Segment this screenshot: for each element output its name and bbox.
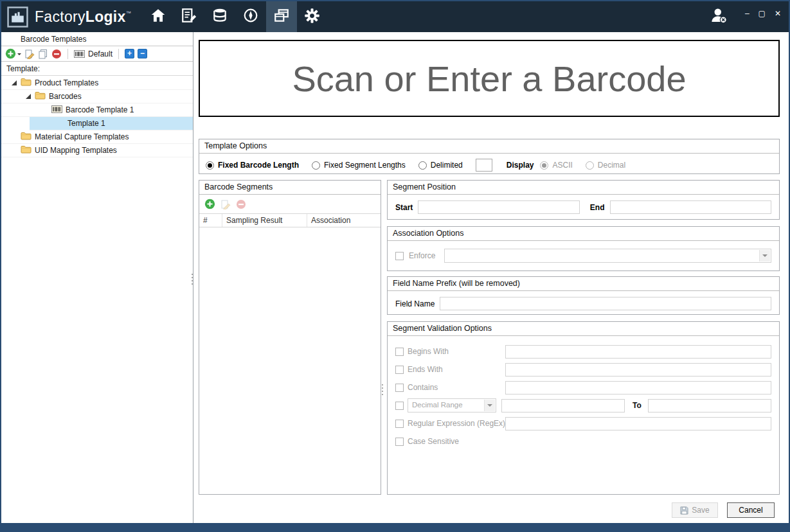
- save-floppy-icon: [680, 506, 688, 515]
- fixed-barcode-length-radio[interactable]: [206, 161, 214, 170]
- column-association[interactable]: Association: [307, 214, 381, 227]
- default-barcode-button[interactable]: Default: [74, 49, 112, 58]
- ends-with-input[interactable]: [505, 363, 771, 377]
- regex-row: Regular Expression (RegEx):: [395, 414, 779, 432]
- close-button[interactable]: ✕: [775, 10, 781, 17]
- field-name-prefix-title: Field Name Prefix (will be removed): [388, 277, 779, 291]
- segments-table-body[interactable]: [199, 227, 381, 494]
- add-template-button[interactable]: [5, 48, 21, 59]
- settings-button[interactable]: [297, 1, 328, 32]
- expander-icon[interactable]: [26, 94, 31, 99]
- database-button[interactable]: [204, 1, 235, 32]
- ends-with-label: Ends With: [408, 365, 505, 374]
- database-icon: [211, 7, 228, 26]
- field-name-input[interactable]: [440, 297, 771, 310]
- segment-validation-title: Segment Validation Options: [388, 322, 779, 336]
- template-options-title: Template Options: [199, 139, 779, 154]
- worksheet-button[interactable]: [174, 1, 204, 32]
- tree-item-template-1[interactable]: Template 1: [30, 117, 193, 130]
- delimiter-input[interactable]: [476, 159, 492, 172]
- window-bottom-border: [1, 523, 789, 531]
- expander-icon[interactable]: [12, 80, 17, 85]
- toolbar-separator: [118, 49, 119, 59]
- segments-splitter[interactable]: [381, 384, 384, 395]
- column-sampling-result[interactable]: Sampling Result: [222, 214, 307, 227]
- tree-item-material-capture-templates[interactable]: Material Capture Templates: [1, 130, 193, 144]
- display-ascii-label: ASCII: [552, 161, 572, 170]
- edit-template-button[interactable]: [24, 49, 35, 59]
- tree-item-barcode-template-1[interactable]: Barcode Template 1: [1, 103, 193, 117]
- minimize-button[interactable]: –: [745, 10, 750, 17]
- delimited-radio[interactable]: [418, 161, 427, 170]
- titlebar: FactoryLogix™: [1, 1, 789, 32]
- begins-with-checkbox[interactable]: [395, 348, 404, 356]
- delete-segment-button[interactable]: [236, 199, 246, 209]
- case-sensitive-checkbox[interactable]: [395, 438, 404, 446]
- barcode-icon: [74, 50, 85, 58]
- begins-with-input[interactable]: [505, 345, 771, 359]
- app-title: FactoryLogix™: [35, 8, 131, 26]
- regex-checkbox[interactable]: [395, 420, 404, 428]
- save-button[interactable]: Save: [672, 502, 718, 518]
- segments-toolbar: [199, 195, 381, 213]
- template-options-group: Template Options Fixed Barcode Length Fi…: [199, 139, 780, 174]
- display-ascii-radio[interactable]: [540, 161, 548, 170]
- home-button[interactable]: [143, 1, 174, 32]
- case-sensitive-label: Case Sensitive: [408, 437, 505, 446]
- factorylogix-window: FactoryLogix™: [0, 0, 790, 532]
- start-input[interactable]: [418, 200, 580, 214]
- template-tree: Product Templates Barcodes Barcode Templ…: [1, 76, 193, 157]
- tree-item-label: UID Mapping Templates: [35, 146, 117, 155]
- display-decimal-label: Decimal: [598, 161, 625, 170]
- range-type-select[interactable]: Decimal Range: [408, 398, 496, 412]
- expand-all-button[interactable]: +: [125, 49, 134, 58]
- collapse-all-button[interactable]: −: [138, 49, 147, 58]
- toolbar-separator: [67, 49, 68, 59]
- association-select[interactable]: [444, 249, 771, 263]
- enforce-checkbox[interactable]: [395, 252, 404, 260]
- barcode-templates-sidebar: Barcode Templates Default + −: [1, 32, 193, 523]
- delete-template-button[interactable]: [51, 49, 62, 59]
- compass-icon: [242, 7, 259, 26]
- edit-segment-button[interactable]: [220, 199, 231, 209]
- dropdown-arrow-icon: [759, 250, 770, 262]
- logout-user-button[interactable]: [709, 6, 728, 28]
- worksheet-pencil-icon: [181, 7, 197, 26]
- tree-item-product-templates[interactable]: Product Templates: [1, 76, 193, 90]
- end-label: End: [590, 203, 605, 212]
- regex-input[interactable]: [505, 417, 771, 430]
- navigator-button[interactable]: [235, 1, 266, 32]
- tree-item-barcodes[interactable]: Barcodes: [1, 90, 193, 103]
- delete-icon: [236, 199, 246, 209]
- range-checkbox[interactable]: [395, 402, 404, 410]
- add-segment-button[interactable]: [204, 199, 215, 209]
- sidebar-splitter[interactable]: [190, 274, 194, 285]
- tree-item-label: Template 1: [67, 119, 105, 128]
- contains-label: Contains: [408, 383, 505, 392]
- end-input[interactable]: [610, 200, 772, 214]
- tree-item-uid-mapping-templates[interactable]: UID Mapping Templates: [1, 144, 193, 157]
- ends-with-checkbox[interactable]: [395, 366, 404, 374]
- templates-button[interactable]: [266, 1, 297, 32]
- fixed-segment-lengths-radio[interactable]: [312, 161, 320, 170]
- column-number[interactable]: #: [199, 214, 222, 227]
- delimited-label: Delimited: [431, 161, 463, 170]
- edit-pencil-icon: [24, 49, 35, 59]
- display-decimal-radio[interactable]: [586, 161, 594, 170]
- folder-icon: [21, 145, 31, 155]
- ends-with-row: Ends With: [395, 360, 779, 378]
- cancel-button[interactable]: Cancel: [727, 502, 775, 518]
- add-icon: [204, 199, 215, 209]
- dropdown-arrow-icon: [484, 400, 495, 411]
- copy-template-button[interactable]: [38, 49, 48, 59]
- range-to-input[interactable]: [648, 399, 771, 412]
- association-options-title: Association Options: [388, 227, 779, 241]
- range-from-input[interactable]: [501, 399, 625, 412]
- contains-input[interactable]: [505, 381, 771, 395]
- field-name-label: Field Name: [395, 299, 435, 308]
- maximize-button[interactable]: ▢: [759, 10, 766, 17]
- factory-logo-glyph: [7, 6, 28, 28]
- segment-position-group: Segment Position Start End: [387, 180, 780, 220]
- add-dropdown-caret-icon: [17, 53, 21, 57]
- contains-checkbox[interactable]: [395, 384, 404, 392]
